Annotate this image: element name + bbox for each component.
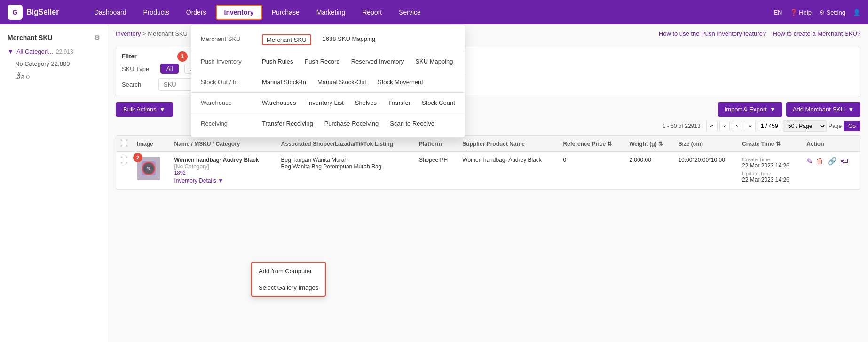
product-name-cell: Women handbag- Audrey Black [No Category…: [169, 152, 276, 189]
sidebar-title: Merchant SKU ⚙: [0, 30, 108, 45]
mega-section-label-receiving: Receiving: [201, 119, 262, 127]
go-button[interactable]: Go: [844, 121, 860, 131]
mega-menu-section-merchant-sku: Merchant SKU Merchant SKU 1688 SKU Mappi…: [191, 31, 465, 49]
add-merchant-sku-button[interactable]: Add Merchant SKU ▼: [786, 102, 860, 117]
step-2-badge: 2: [133, 153, 142, 162]
create-time-value: 22 Mar 2023 14:26: [742, 162, 797, 169]
action-icons: ✎ 🗑 🔗 🏷: [806, 157, 855, 166]
product-category: [No Category]: [174, 163, 271, 170]
mega-links-warehouse: Warehouses Inventory List Shelves Transf…: [262, 98, 455, 107]
action-cell: ✎ 🗑 🔗 🏷: [802, 152, 860, 189]
col-name: Name / MSKU / Category: [169, 136, 276, 152]
mega-link-inventory-list[interactable]: Inventory List: [308, 98, 344, 107]
nav-item-products[interactable]: Products: [136, 6, 177, 19]
sidebar-gear-icon[interactable]: ⚙: [94, 34, 100, 41]
col-action: Action: [802, 136, 860, 152]
page-label: Page: [829, 123, 842, 129]
col-weight: Weight (g) ⇅: [624, 136, 673, 152]
mega-link-warehouses[interactable]: Warehouses: [262, 98, 296, 107]
product-id[interactable]: 1892: [174, 170, 271, 175]
nav-item-service[interactable]: Service: [391, 6, 428, 19]
expand-icon: ▼: [8, 48, 14, 55]
user-icon[interactable]: 👤: [853, 9, 860, 16]
size-cell: 10.00*20.00*10.00: [673, 152, 737, 189]
help-push-inventory[interactable]: How to use the Push Inventory feature?: [659, 30, 766, 37]
table-wrapper: Image Name / MSKU / Category Associated …: [116, 135, 860, 190]
sku-type-all[interactable]: All: [160, 64, 179, 74]
prev-page-btn[interactable]: ‹: [719, 121, 730, 131]
mega-link-manual-stock-out[interactable]: Manual Stock-Out: [317, 78, 366, 87]
update-time-label: Update Time: [742, 171, 797, 176]
inventory-details-link[interactable]: Inventory Details ▼: [174, 177, 271, 184]
toolbar-right: Import & Export ▼ Add Merchant SKU ▼: [718, 102, 860, 117]
sidebar-cat-no-category[interactable]: No Category 22,809: [0, 58, 108, 70]
mega-menu-section-stock: Stock Out / In Manual Stock-In Manual St…: [191, 74, 465, 90]
nav-item-report[interactable]: Report: [355, 6, 389, 19]
mega-link-1688-mapping[interactable]: 1688 SKU Mapping: [323, 34, 376, 45]
mega-link-shelves[interactable]: Shelves: [355, 98, 377, 107]
mega-link-push-record[interactable]: Push Record: [304, 57, 339, 66]
step-1-badge: 1: [177, 51, 188, 62]
mega-section-label-warehouse: Warehouse: [201, 98, 262, 106]
edit-icon[interactable]: ✎: [142, 162, 155, 175]
sidebar-cat-all[interactable]: ▼ All Categori... 22,913: [0, 45, 108, 58]
mega-section-label-stock: Stock Out / In: [201, 78, 262, 86]
logo-area: G BigSeller: [8, 5, 73, 20]
col-supplier: Supplier Product Name: [458, 136, 558, 152]
mega-link-stock-count[interactable]: Stock Count: [422, 98, 455, 107]
mega-link-merchant-sku[interactable]: Merchant SKU: [262, 34, 311, 45]
create-time-cell: Create Time 22 Mar 2023 14:26 Update Tim…: [737, 152, 802, 189]
nav-item-orders[interactable]: Orders: [179, 6, 214, 19]
per-page-select[interactable]: 50 / Page 100 / Page: [783, 120, 827, 132]
nav-item-purchase[interactable]: Purchase: [264, 6, 307, 19]
select-all-checkbox[interactable]: [121, 140, 127, 146]
mega-section-label-push: Push Inventory: [201, 57, 262, 65]
col-create-time: Create Time ⇅: [737, 136, 802, 152]
import-export-button[interactable]: Import & Export ▼: [718, 102, 782, 117]
logo-icon: G: [8, 5, 23, 20]
first-page-btn[interactable]: «: [706, 121, 718, 131]
row-checkbox[interactable]: [121, 157, 127, 163]
link-action-icon[interactable]: 🔗: [828, 157, 837, 166]
nav-item-inventory[interactable]: Inventory: [216, 5, 262, 20]
mega-links-push: Push Rules Push Record Reserved Inventor…: [262, 57, 455, 66]
col-platform: Platform: [414, 136, 458, 152]
help-link[interactable]: ❓ Help: [790, 9, 812, 16]
mega-link-manual-stock-in[interactable]: Manual Stock-In: [262, 78, 306, 87]
add-from-computer-option[interactable]: Add from Computer: [252, 263, 325, 279]
lang-selector[interactable]: EN: [773, 9, 782, 16]
mega-link-sku-mapping[interactable]: SKU Mapping: [415, 57, 453, 66]
inventory-mega-menu: 1 Merchant SKU Merchant SKU 1688 SKU Map…: [191, 24, 465, 138]
mega-link-transfer-receiving[interactable]: Transfer Receiving: [262, 119, 313, 128]
mega-links-receiving: Transfer Receiving Purchase Receiving Sc…: [262, 119, 455, 128]
tag-action-icon[interactable]: 🏷: [841, 157, 848, 166]
help-links: How to use the Push Inventory feature? H…: [659, 30, 860, 37]
mega-link-purchase-receiving[interactable]: Purchase Receiving: [324, 119, 379, 128]
nav-item-marketing[interactable]: Marketing: [309, 6, 353, 19]
current-page-input[interactable]: [758, 121, 781, 131]
breadcrumb-inventory[interactable]: Inventory: [116, 30, 141, 37]
mega-link-reserved-inventory[interactable]: Reserved Inventory: [351, 57, 404, 66]
nav-item-dashboard[interactable]: Dashboard: [87, 6, 134, 19]
platform-cell: Shopee PH: [414, 152, 458, 189]
mega-menu-section-receiving: Receiving Transfer Receiving Purchase Re…: [191, 115, 465, 132]
weight-cell: 2,000.00: [624, 152, 673, 189]
product-name: Women handbag- Audrey Black: [174, 157, 271, 163]
mega-link-push-rules[interactable]: Push Rules: [262, 57, 293, 66]
help-create-sku[interactable]: How to create a Merchant SKU?: [773, 30, 860, 37]
mega-section-label: Merchant SKU: [201, 34, 262, 42]
page-range: 1 - 50 of 22913: [663, 123, 701, 129]
next-page-btn[interactable]: ›: [732, 121, 742, 131]
sidebar-cat-special[interactable]: เสื้อ 0: [0, 70, 108, 84]
mega-link-transfer[interactable]: Transfer: [388, 98, 410, 107]
select-gallery-images-option[interactable]: Select Gallery Images: [252, 279, 325, 296]
delete-action-icon[interactable]: 🗑: [816, 157, 824, 166]
mega-link-scan-to-receive[interactable]: Scan to Receive: [390, 119, 434, 128]
last-page-btn[interactable]: »: [744, 121, 756, 131]
edit-action-icon[interactable]: ✎: [806, 157, 813, 166]
bulk-actions-button[interactable]: Bulk Actions ▼: [116, 102, 173, 117]
setting-link[interactable]: ⚙ Setting: [819, 9, 845, 16]
nav-right: EN ❓ Help ⚙ Setting 👤: [773, 9, 860, 16]
cat-count: 22,913: [56, 48, 73, 55]
mega-link-stock-movement[interactable]: Stock Movement: [378, 78, 423, 87]
